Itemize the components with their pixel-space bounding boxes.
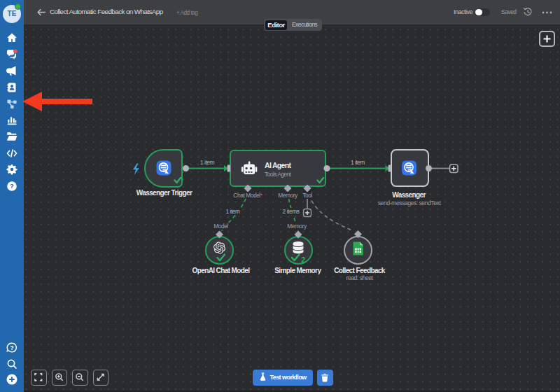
svg-text:?: ? (10, 344, 13, 351)
svg-text:?: ? (10, 182, 14, 190)
